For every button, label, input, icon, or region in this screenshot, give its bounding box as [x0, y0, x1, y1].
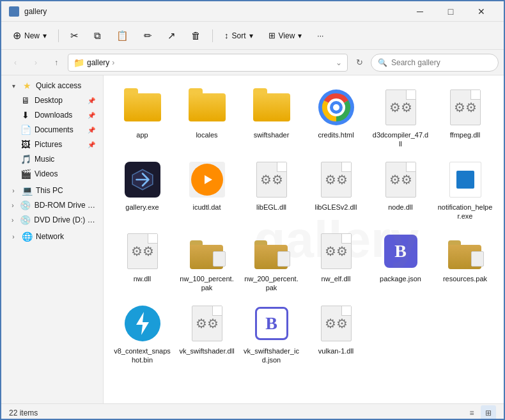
sidebar-music-label: Music: [35, 155, 54, 164]
vkswift-file-icon: ⚙⚙: [192, 306, 222, 341]
vkicd-icon-wrap: B: [251, 303, 292, 344]
sidebar-item-pictures[interactable]: 🖼 Pictures 📌: [4, 137, 100, 152]
file-item-icudtl[interactable]: icudtl.dat: [176, 155, 238, 225]
sidebar-item-music[interactable]: 🎵 Music: [4, 152, 100, 166]
file-item-nwelf[interactable]: ⚙⚙ nw_elf.dll: [305, 227, 367, 297]
resources-folder-icon: [448, 236, 483, 267]
breadcrumb-separator: ›: [112, 58, 114, 67]
sidebar-this-pc-header[interactable]: › 💻 This PC: [4, 183, 100, 198]
share-button[interactable]: ↗: [161, 26, 182, 46]
libgles-icon-wrap: ⚙⚙: [316, 159, 357, 200]
vulkan-file-icon: ⚙⚙: [321, 306, 352, 341]
file-label-notification: notification_helper.exe: [437, 203, 493, 221]
file-item-v8[interactable]: v8_context_snapshot.bin: [111, 299, 173, 369]
sidebar-network-label: Network: [36, 232, 64, 241]
svg-point-5: [333, 104, 339, 111]
file-item-vulkan[interactable]: ⚙⚙ vulkan-1.dll: [305, 299, 367, 369]
paste-button[interactable]: 📋: [110, 26, 135, 46]
file-label-v8: v8_context_snapshot.bin: [114, 346, 171, 365]
nw200-folder-icon: [254, 236, 289, 267]
up-button[interactable]: ↑: [47, 54, 65, 72]
sidebar-dvd-label: DVD Drive (D:) CCCC: [34, 215, 95, 224]
file-item-credits[interactable]: credits.html: [305, 83, 367, 153]
breadcrumb-gallery[interactable]: gallery: [87, 58, 109, 67]
ffmpeg-icon-wrap: ⚙⚙: [445, 87, 486, 128]
file-item-swiftshader[interactable]: swiftshader: [240, 83, 302, 153]
sidebar-network-header[interactable]: › 🌐 Network: [4, 229, 100, 244]
file-item-vkswift[interactable]: ⚙⚙ vk_swiftshader.dll: [176, 299, 238, 369]
file-item-vkicd[interactable]: B vk_swiftshader_icd.json: [240, 299, 302, 369]
cut-button[interactable]: ✂: [64, 26, 85, 46]
share-icon: ↗: [167, 30, 176, 42]
swiftshader-folder-icon-wrap: [251, 87, 292, 128]
file-item-d3dcompiler[interactable]: ⚙⚙ d3dcompiler_47.dll: [369, 83, 431, 153]
search-input[interactable]: [391, 58, 492, 67]
copy-icon: ⧉: [94, 30, 101, 42]
dvd-expand-icon: ›: [9, 215, 16, 224]
file-item-gallery-exe[interactable]: gallery.exe: [111, 155, 173, 225]
breadcrumb-folder-icon: 📁: [74, 58, 84, 68]
node-icon-wrap: ⚙⚙: [380, 159, 421, 200]
nw100-icon-wrap: [187, 231, 228, 272]
package-b-icon: B: [384, 235, 417, 268]
list-view-button[interactable]: ≡: [464, 405, 479, 421]
view-button[interactable]: ⊞ View ▾: [262, 26, 309, 46]
back-button[interactable]: ‹: [6, 54, 24, 72]
breadcrumb[interactable]: 📁 gallery › ⌄: [68, 54, 348, 72]
sort-button[interactable]: ↕ Sort ▾: [218, 26, 260, 46]
grid-view-button[interactable]: ⊞: [481, 405, 496, 421]
file-item-nw200[interactable]: nw_200_percent.pak: [240, 227, 302, 297]
file-label-resources: resources.pak: [443, 274, 487, 283]
file-label-d3d: d3dcompiler_47.dll: [372, 130, 429, 149]
file-label-vulkan: vulkan-1.dll: [318, 346, 354, 355]
gallery-exe-icon: [125, 162, 160, 198]
forward-button[interactable]: ›: [27, 54, 45, 72]
sidebar-item-documents[interactable]: 📄 Documents 📌: [4, 123, 100, 137]
file-item-notification[interactable]: notification_helper.exe: [434, 155, 496, 225]
rename-icon: ✏: [144, 30, 152, 42]
minimize-button[interactable]: ─: [405, 1, 435, 22]
app-folder-icon-wrap: [122, 87, 163, 128]
file-label-libegl: libEGL.dll: [256, 203, 286, 212]
sidebar-bdrom-header[interactable]: › 💿 BD-ROM Drive (E:) C: [4, 198, 100, 212]
file-item-node[interactable]: ⚙⚙ node.dll: [369, 155, 431, 225]
documents-icon: 📄: [20, 125, 31, 135]
more-button[interactable]: ···: [311, 26, 330, 46]
file-item-app[interactable]: app: [111, 83, 173, 153]
file-item-nw[interactable]: ⚙⚙ nw.dll: [111, 227, 173, 297]
file-item-ffmpeg[interactable]: ⚙⚙ ffmpeg.dll: [434, 83, 496, 153]
delete-button[interactable]: 🗑: [185, 26, 207, 46]
rename-button[interactable]: ✏: [137, 26, 159, 46]
locales-folder-icon-wrap: [187, 87, 228, 128]
sidebar-item-downloads[interactable]: ⬇ Downloads 📌: [4, 108, 100, 122]
file-item-locales[interactable]: locales: [176, 83, 238, 153]
separator-1: [58, 29, 59, 42]
file-label-libgles: libGLESv2.dll: [315, 203, 357, 212]
nwelf-icon-wrap: ⚙⚙: [316, 231, 357, 272]
dropdown-chevron-icon[interactable]: ⌄: [336, 58, 342, 67]
close-button[interactable]: ✕: [467, 1, 496, 22]
file-item-nw100[interactable]: nw_100_percent.pak: [176, 227, 238, 297]
new-icon: ⊕: [13, 29, 21, 42]
file-item-libegl[interactable]: ⚙⚙ libEGL.dll: [240, 155, 302, 225]
notification-blue-rect: [456, 171, 474, 189]
sidebar-item-videos[interactable]: 🎬 Videos: [4, 167, 100, 181]
file-label-nw200: nw_200_percent.pak: [243, 274, 300, 293]
sidebar-dvd-header[interactable]: › 💿 DVD Drive (D:) CCCC: [4, 213, 100, 227]
sidebar-quick-access-header[interactable]: ▾ ★ Quick access: [4, 79, 100, 93]
file-item-resources[interactable]: resources.pak: [434, 227, 496, 297]
new-button[interactable]: ⊕ New ▾: [6, 26, 53, 46]
videos-icon: 🎬: [20, 169, 31, 179]
file-label-app: app: [136, 130, 148, 139]
copy-button[interactable]: ⧉: [88, 26, 107, 46]
sidebar-item-desktop[interactable]: 🖥 Desktop 📌: [4, 93, 100, 107]
search-icon: 🔍: [378, 58, 387, 67]
node-file-icon: ⚙⚙: [385, 162, 416, 198]
search-box[interactable]: 🔍: [371, 54, 499, 72]
maximize-button[interactable]: □: [436, 1, 465, 22]
desktop-icon: 🖥: [20, 95, 31, 105]
refresh-button[interactable]: ↻: [350, 54, 368, 72]
file-item-libgles[interactable]: ⚙⚙ libGLESv2.dll: [305, 155, 367, 225]
file-label-icudtl: icudtl.dat: [192, 203, 221, 212]
file-item-package[interactable]: B package.json: [369, 227, 431, 297]
